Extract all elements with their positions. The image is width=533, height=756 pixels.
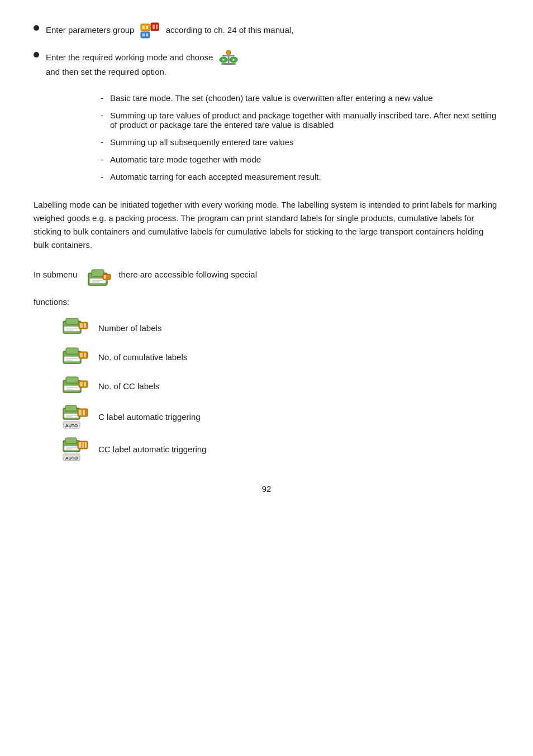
bullet-item-1: Enter parameters group according to c [34,22,499,39]
svg-rect-59 [65,438,77,443]
label-icon-1 [61,318,91,339]
dash-text-2: Summing up tare values of product and pa… [110,111,499,130]
svg-rect-7 [142,34,145,36]
special-item-1-label: Number of labels [98,323,161,333]
svg-rect-31 [84,323,86,328]
bullet-dot-1 [34,25,39,31]
submenu-text-before: In submenu [34,269,77,281]
svg-rect-64 [79,442,81,448]
svg-rect-55 [83,410,85,415]
dash-3: - [101,137,103,147]
svg-rect-54 [79,410,82,415]
special-item-5-label: CC label automatic triggering [98,444,206,454]
svg-point-9 [226,50,231,55]
special-item-2: No. of cumulative labels [61,347,499,368]
svg-rect-41 [66,377,78,383]
dash-item-4: - Automatic tare mode together with mode [101,155,499,164]
bullet1-text-before: Enter parameters group [46,25,134,35]
svg-rect-49 [65,405,77,411]
svg-rect-8 [146,34,148,36]
svg-rect-47 [84,382,86,386]
svg-point-16 [232,59,235,61]
svg-rect-23 [104,275,106,279]
dash-2: - [101,111,103,120]
special-item-1: Number of labels [61,318,499,339]
submenu-icon [87,269,113,290]
dash-text-1: Basic tare mode. The set (chooden) tare … [110,93,433,103]
svg-rect-4 [153,25,155,29]
bullet-dot-2 [34,52,39,58]
submenu-row: In submenu there are accessible followin… [34,269,499,290]
bullet2-text-before: Enter the required working mode and choo… [46,52,213,62]
special-functions-list: Number of labels No. of cumulative label… [61,318,499,462]
svg-text:AUTO: AUTO [65,423,78,428]
label-icon-2 [61,347,91,368]
svg-rect-38 [80,353,83,357]
dash-item-1: - Basic tare mode. The set (chooden) tar… [101,93,499,103]
functions-label: functions: [34,296,499,309]
special-item-3: No. of CC labels [61,376,499,397]
submenu-text-after: there are accessible following special [118,269,257,281]
dash-item-3: - Summing up all subsequently entered ta… [101,137,499,147]
svg-point-15 [222,59,225,61]
bullet2-text-after: and then set the required option. [46,67,166,76]
dash-list: - Basic tare mode. The set (chooden) tar… [101,93,499,181]
special-item-4-label: C label automatic triggering [98,412,201,422]
bullet-list: Enter parameters group according to c [34,22,499,76]
svg-rect-39 [84,353,86,357]
dash-text-4: Automatic tare mode together with mode [110,155,261,164]
svg-rect-11 [222,55,235,56]
dash-1: - [101,93,103,103]
svg-rect-0 [141,24,150,31]
svg-text:AUTO: AUTO [65,456,78,461]
special-item-2-label: No. of cumulative labels [98,352,187,362]
svg-rect-42 [64,386,80,390]
dash-text-5: Automatic tarring for each accepted meas… [110,172,321,181]
params-icon [140,22,160,39]
svg-rect-14 [221,63,236,65]
dash-5: - [101,172,103,181]
dash-item-5: - Automatic tarring for each accepted me… [101,172,499,181]
page-number: 92 [34,484,499,494]
svg-rect-26 [64,327,80,331]
svg-rect-6 [141,32,150,38]
special-item-4: AUTO C label automatic triggering [61,405,499,429]
svg-rect-2 [146,26,148,29]
dash-item-2: - Summing up tare values of product and … [101,111,499,130]
svg-rect-34 [64,357,80,361]
svg-rect-46 [80,382,83,386]
label-icon-3 [61,376,91,397]
bullet-item-2: Enter the required working mode and choo… [34,49,499,76]
special-item-5: AUTO CC label automatic triggering [61,437,499,462]
svg-rect-33 [66,348,78,354]
mode-icon [219,49,238,67]
svg-rect-1 [142,26,145,29]
svg-rect-25 [66,318,78,324]
bullet1-text-after: according to ch. 24 of this manual, [166,25,293,35]
dash-4: - [101,155,103,164]
special-item-3-label: No. of CC labels [98,381,159,391]
svg-rect-67 [85,442,87,448]
label-icon-auto2: AUTO [61,437,91,462]
svg-rect-18 [92,270,104,276]
dash-text-3: Summing up all subsequently entered tare… [110,137,294,147]
labelling-paragraph: Labelling mode can be initiated together… [34,198,499,252]
svg-rect-5 [156,25,158,29]
label-icon-auto1: AUTO [61,405,91,429]
svg-rect-30 [80,323,83,328]
